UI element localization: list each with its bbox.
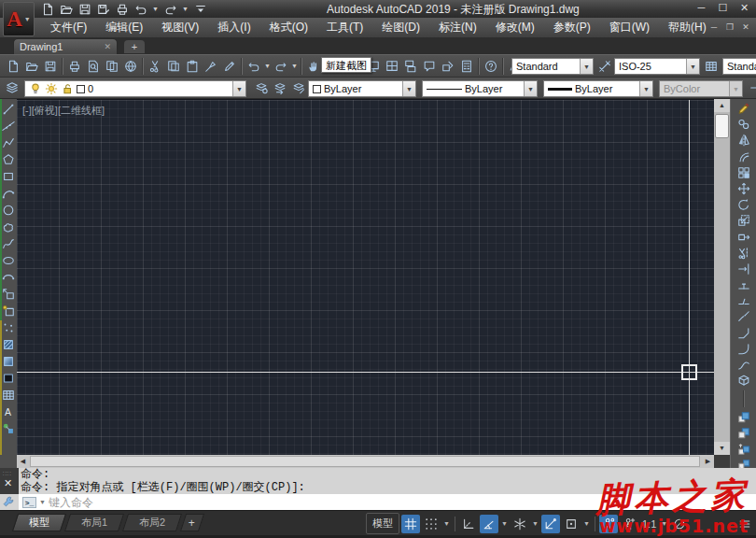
new-icon[interactable]	[39, 2, 55, 17]
menu-item-1[interactable]: 编辑(E)	[96, 17, 152, 38]
status-osnap-icon[interactable]	[562, 515, 581, 533]
menu-item-6[interactable]: 绘图(D)	[372, 17, 429, 38]
table-icon[interactable]	[1, 389, 16, 402]
menu-item-4[interactable]: 格式(O)	[260, 17, 317, 38]
polygon-icon[interactable]	[1, 153, 16, 166]
quick-calc-icon[interactable]	[457, 57, 476, 76]
command-input[interactable]	[49, 496, 756, 509]
annotation-scale-value[interactable]: 1:1	[640, 518, 658, 530]
horizontal-scrollbar[interactable]: ◀ ▶	[17, 455, 714, 468]
polyline-icon[interactable]	[1, 136, 16, 149]
command-gutter[interactable]: ∷∷ ✕	[0, 468, 19, 494]
undo-caret-icon[interactable]: ▼	[151, 6, 160, 12]
menu-item-2[interactable]: 视图(V)	[152, 17, 208, 38]
block-edit-icon[interactable]	[220, 57, 239, 76]
paste-icon[interactable]	[183, 57, 202, 76]
pan-icon[interactable]	[304, 57, 323, 76]
blend-curves-icon[interactable]	[736, 359, 751, 372]
spline-icon[interactable]	[1, 237, 16, 250]
circle-icon[interactable]	[1, 204, 16, 217]
draworder-above-icon[interactable]	[736, 443, 751, 456]
menu-item-11[interactable]: 帮助(H)	[659, 17, 716, 38]
chamfer-icon[interactable]	[736, 327, 751, 340]
status-annotation-autoscale-icon[interactable]	[620, 515, 638, 533]
redo-caret-icon[interactable]: ▼	[290, 63, 299, 69]
save-icon[interactable]	[77, 2, 92, 17]
trim-icon[interactable]	[736, 247, 751, 260]
rectangle-icon[interactable]	[1, 170, 16, 183]
combo-caret-icon[interactable]: ▼	[402, 81, 415, 96]
erase-icon[interactable]	[736, 102, 751, 115]
redo-icon[interactable]	[162, 2, 178, 17]
menu-item-7[interactable]: 标注(N)	[429, 17, 486, 38]
command-options-caret-icon[interactable]: ▼	[39, 499, 46, 505]
fillet-icon[interactable]	[736, 343, 751, 356]
status-ortho-icon[interactable]	[459, 515, 478, 533]
redo-caret-icon[interactable]: ▼	[181, 6, 189, 12]
copy-object-icon[interactable]	[736, 118, 751, 131]
match-properties-icon[interactable]	[202, 57, 220, 76]
table-style-icon[interactable]	[702, 57, 721, 76]
menu-item-3[interactable]: 插入(I)	[208, 17, 259, 38]
layout-tab-2[interactable]: 布局2	[122, 514, 182, 531]
stretch-icon[interactable]	[736, 231, 751, 244]
drawing-canvas[interactable]: [-][俯视][二维线框]	[17, 99, 714, 455]
ellipse-icon[interactable]	[1, 254, 16, 267]
doc-restore-button[interactable]: ❐	[724, 22, 735, 32]
command-close-icon[interactable]: ✕	[4, 477, 12, 489]
open-icon[interactable]	[22, 57, 41, 76]
new-layout-button[interactable]: +	[180, 514, 204, 531]
group-icon[interactable]	[1, 422, 16, 435]
scroll-right-icon[interactable]: ▶	[702, 455, 714, 468]
viewport-label[interactable]: [-][俯视][二维线框]	[22, 104, 105, 118]
layer-on-icon[interactable]	[29, 82, 42, 95]
plot-icon[interactable]	[65, 57, 84, 76]
menu-item-5[interactable]: 工具(T)	[317, 17, 372, 38]
undo-caret-icon[interactable]: ▼	[263, 63, 272, 69]
status-otrack-icon[interactable]	[541, 515, 560, 533]
linetype-combo[interactable]: ByLayer ▼	[422, 80, 538, 97]
scroll-left-icon[interactable]: ◀	[17, 455, 29, 468]
status-polar-caret-icon[interactable]: ▼	[500, 520, 509, 527]
layer-lock-icon[interactable]	[61, 82, 74, 95]
new-icon[interactable]	[4, 57, 22, 76]
combo-caret-icon[interactable]: ▼	[639, 81, 652, 96]
print-preview-icon[interactable]	[84, 57, 103, 76]
combo-caret-icon[interactable]: ▼	[524, 81, 537, 96]
status-annotation-visibility-icon[interactable]	[599, 515, 618, 533]
status-isodraft-icon[interactable]	[511, 515, 529, 533]
construction-line-icon[interactable]	[1, 120, 16, 133]
offset-icon[interactable]	[736, 150, 751, 163]
lineweight-combo[interactable]: ByLayer ▼	[543, 80, 653, 97]
rotate-icon[interactable]	[736, 198, 751, 211]
viewports-icon[interactable]	[383, 57, 401, 76]
scroll-down-icon[interactable]: ▼	[714, 442, 730, 455]
status-polar-icon[interactable]	[480, 515, 498, 533]
block-editor-icon[interactable]	[439, 57, 457, 76]
arc-icon[interactable]	[1, 187, 16, 200]
move-icon[interactable]	[736, 182, 751, 195]
cut-icon[interactable]	[146, 57, 164, 76]
create-block-icon[interactable]	[1, 304, 16, 318]
region-icon[interactable]	[1, 372, 16, 385]
scroll-up-icon[interactable]: ▲	[714, 99, 730, 112]
layer-match-icon[interactable]	[289, 78, 308, 97]
layer-properties-icon[interactable]	[3, 78, 21, 97]
vertical-scrollbar[interactable]: ▲ ▼	[714, 99, 730, 455]
command-prompt-icon[interactable]: >_	[22, 497, 36, 508]
point-icon[interactable]	[1, 321, 16, 334]
toolbar-menu-icon[interactable]	[192, 2, 208, 17]
status-isodraft-caret-icon[interactable]: ▼	[531, 520, 539, 527]
minimize-button[interactable]: ─	[693, 1, 709, 15]
color-combo[interactable]: ByLayer ▼	[308, 80, 416, 97]
menu-item-0[interactable]: 文件(F)	[41, 17, 96, 38]
list-toolbar-icon[interactable]	[747, 78, 756, 97]
undo-icon[interactable]	[245, 57, 263, 76]
redo-icon[interactable]	[272, 57, 290, 76]
break-at-point-icon[interactable]	[736, 278, 751, 291]
layout-tab-0[interactable]: 模型	[12, 514, 66, 531]
doc-close-button[interactable]: ✕	[740, 22, 751, 32]
layer-states-icon[interactable]	[252, 78, 271, 97]
menu-item-10[interactable]: 窗口(W)	[600, 17, 659, 38]
status-grid-icon[interactable]	[401, 515, 420, 533]
